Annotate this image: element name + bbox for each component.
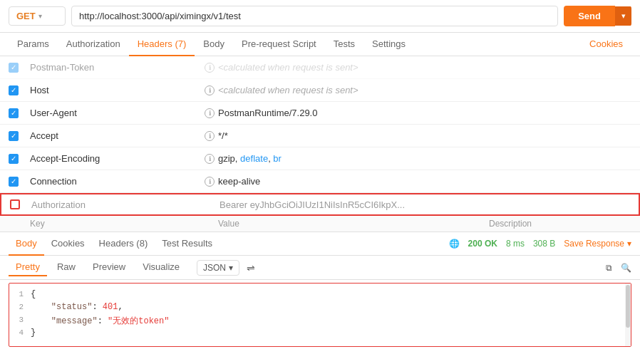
tab-cookies[interactable]: Cookies	[581, 33, 631, 56]
key-cell-6: Authorization	[31, 199, 202, 210]
val-cell-6: Bearer eyJhbGciOiJIUzI1NiIsInR5cCI6IkpX.…	[220, 199, 630, 210]
info-cell-1: ℹ	[201, 85, 218, 95]
response-tabs-row: Body Cookies Headers (8) Test Results 🌐 …	[0, 232, 640, 256]
br-value: br	[273, 153, 282, 164]
checkbox-4[interactable]	[9, 154, 19, 164]
val-cell-0: <calculated when request is sent>	[218, 62, 631, 73]
headers-section: Postman-Token ℹ <calculated when request…	[0, 56, 640, 232]
scrollbar-thumb[interactable]	[626, 285, 630, 328]
col-key-header: Key	[9, 219, 218, 229]
method-select[interactable]: GET ▾	[9, 6, 66, 26]
header-row-user-agent: User-Agent ℹ PostmanRuntime/7.29.0	[0, 102, 640, 125]
key-message: "message"	[51, 316, 98, 326]
key-cell-0: Postman-Token	[30, 62, 201, 73]
format-select[interactable]: JSON ▾	[197, 260, 239, 276]
info-icon-0[interactable]: ℹ	[205, 63, 215, 73]
checkbox-cell-3[interactable]	[9, 131, 30, 141]
method-label: GET	[16, 11, 36, 21]
tab-authorization[interactable]: Authorization	[58, 33, 129, 56]
globe-icon: 🌐	[449, 239, 460, 249]
checkbox-0[interactable]	[9, 63, 19, 73]
header-row-postman-token: Postman-Token ℹ <calculated when request…	[0, 56, 640, 79]
filter-icon[interactable]: ⇌	[247, 262, 255, 274]
val-message: "无效的token"	[108, 316, 169, 326]
info-icon-2[interactable]: ℹ	[205, 108, 215, 118]
search-icon[interactable]: 🔍	[621, 263, 631, 273]
vtab-pretty[interactable]: Pretty	[9, 259, 47, 276]
key-status: "status"	[51, 302, 93, 312]
key-cell-5: Connection	[30, 176, 201, 187]
checkbox-5[interactable]	[9, 177, 19, 187]
save-response-button[interactable]: Save Response ▾	[564, 239, 631, 249]
tab-body[interactable]: Body	[195, 33, 233, 56]
checkbox-3[interactable]	[9, 131, 19, 141]
checkbox-2[interactable]	[9, 108, 19, 118]
info-icon-5[interactable]: ℹ	[205, 177, 215, 187]
val-cell-1: <calculated when request is sent>	[218, 85, 631, 95]
column-headers: Key Value Description	[0, 216, 640, 232]
vtab-preview[interactable]: Preview	[86, 259, 133, 276]
rtab-body[interactable]: Body	[9, 232, 44, 256]
info-cell-3: ℹ	[201, 131, 218, 141]
checkbox-cell-0[interactable]	[9, 63, 30, 73]
status-code: 200 OK	[468, 239, 497, 249]
checkbox-cell-4[interactable]	[9, 154, 30, 164]
line-num-2: 2	[9, 302, 31, 315]
col-desc-header: Description	[489, 219, 631, 229]
save-response-chevron-icon: ▾	[627, 239, 631, 249]
val-text-0: <calculated when request is sent>	[218, 62, 358, 73]
send-button[interactable]: Send	[564, 6, 615, 26]
vtab-raw[interactable]: Raw	[50, 259, 83, 276]
format-chevron-icon: ▾	[229, 263, 233, 273]
info-icon-1[interactable]: ℹ	[205, 85, 215, 95]
rtab-headers[interactable]: Headers (8)	[92, 232, 155, 256]
val-cell-3: */*	[218, 130, 631, 141]
request-tabs: Params Authorization Headers (7) Body Pr…	[0, 33, 640, 56]
tab-headers[interactable]: Headers (7)	[129, 33, 195, 56]
tab-settings[interactable]: Settings	[363, 33, 414, 56]
code-line-1: 1 {	[9, 289, 631, 302]
checkbox-cell-5[interactable]	[9, 177, 30, 187]
deflate-value: deflate	[240, 153, 268, 164]
checkbox-1[interactable]	[9, 85, 19, 95]
line-num-4: 4	[9, 328, 31, 340]
header-row-accept-encoding: Accept-Encoding ℹ gzip, deflate, br	[0, 147, 640, 170]
info-icon-3[interactable]: ℹ	[205, 131, 215, 141]
response-time: 8 ms	[506, 239, 525, 249]
info-icon-4[interactable]: ℹ	[205, 154, 215, 164]
method-chevron-icon: ▾	[38, 12, 42, 20]
val-cell-2: PostmanRuntime/7.29.0	[218, 108, 631, 118]
checkbox-cell-6[interactable]	[10, 199, 31, 209]
url-bar: GET ▾ Send ▾	[0, 0, 640, 33]
tab-tests[interactable]: Tests	[325, 33, 363, 56]
val-cell-4: gzip, deflate, br	[218, 153, 631, 164]
checkbox-cell-1[interactable]	[9, 85, 30, 95]
key-cell-2: User-Agent	[30, 108, 201, 118]
code-line-4: 4 }	[9, 328, 631, 340]
line-num-3: 3	[9, 315, 31, 328]
info-cell-2: ℹ	[201, 108, 218, 118]
tab-params[interactable]: Params	[9, 33, 58, 56]
format-label: JSON	[203, 263, 226, 273]
line-content-3: "message": "无效的token"	[31, 315, 631, 328]
view-tabs-row: Pretty Raw Preview Visualize JSON ▾ ⇌ ⧉ …	[0, 256, 640, 280]
vertical-scrollbar[interactable]	[625, 284, 631, 346]
response-status: 🌐 200 OK 8 ms 308 B Save Response ▾	[449, 239, 631, 249]
info-cell-0: ℹ	[201, 63, 218, 73]
copy-icon[interactable]: ⧉	[606, 263, 612, 273]
header-row-accept: Accept ℹ */*	[0, 125, 640, 147]
checkbox-cell-2[interactable]	[9, 108, 30, 118]
checkbox-6[interactable]	[10, 199, 20, 209]
tab-pre-request[interactable]: Pre-request Script	[233, 33, 325, 56]
send-chevron-button[interactable]: ▾	[615, 6, 631, 26]
url-input[interactable]	[71, 6, 558, 26]
response-size: 308 B	[533, 239, 555, 249]
key-cell-1: Host	[30, 85, 201, 95]
val-status: 401	[103, 302, 118, 312]
line-content-1: {	[31, 289, 631, 302]
rtab-cookies[interactable]: Cookies	[44, 232, 92, 256]
rtab-test-results[interactable]: Test Results	[155, 232, 220, 256]
col-val-header: Value	[218, 219, 489, 229]
val-cell-5: keep-alive	[218, 176, 631, 187]
vtab-visualize[interactable]: Visualize	[135, 259, 187, 276]
